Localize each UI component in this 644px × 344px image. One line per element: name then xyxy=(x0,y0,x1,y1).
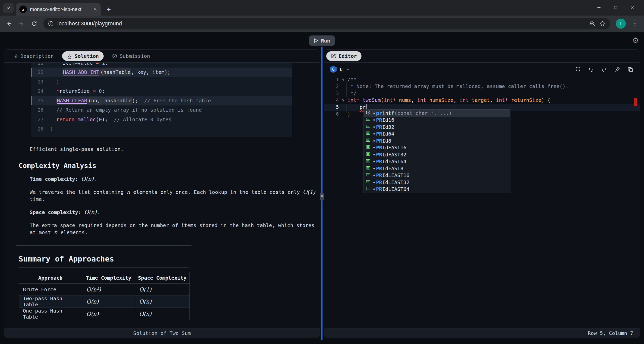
back-button[interactable] xyxy=(4,18,15,29)
tab-solution[interactable]: Solution xyxy=(62,51,103,61)
code-line: 28} xyxy=(31,124,292,134)
browser-tab[interactable]: ▲ monaco-editor-lsp-next xyxy=(16,3,101,16)
browser-tabstrip: ▲ monaco-editor-lsp-next + xyxy=(0,0,644,16)
suggestion-item[interactable]: •PRIdLEAST32 xyxy=(364,179,510,186)
c-language-icon: C xyxy=(330,66,337,73)
redo-button[interactable] xyxy=(601,66,608,73)
table-cell: O(n) xyxy=(135,308,190,320)
close-button[interactable] xyxy=(624,2,640,14)
suggestion-label: •PRId16 xyxy=(373,117,394,123)
editor-line-number: 3 xyxy=(324,90,339,97)
line-number: 28 xyxy=(32,126,44,132)
browser-menu-button[interactable] xyxy=(629,18,640,29)
language-label: C xyxy=(340,66,343,72)
site-info-icon[interactable] xyxy=(48,21,54,27)
undo-icon xyxy=(588,66,594,72)
tab-search-button[interactable] xyxy=(3,3,14,13)
table-cell: O(n) xyxy=(135,295,190,308)
constant-icon xyxy=(366,186,371,192)
suggestion-item[interactable]: •PRId8 xyxy=(364,137,510,144)
divider-rule xyxy=(16,245,191,246)
site-favicon: ▲ xyxy=(19,6,27,13)
language-chevron-icon[interactable] xyxy=(346,67,350,71)
flask-icon xyxy=(67,54,72,59)
table-cell: Brute Force xyxy=(19,284,82,295)
table-cell: O(n²) xyxy=(82,284,135,295)
forward-button[interactable] xyxy=(16,18,27,29)
line-number: 25 xyxy=(32,98,44,103)
suggestion-item[interactable]: •PRId16 xyxy=(364,117,510,124)
table-header-cell: Approach xyxy=(19,272,82,284)
suggestion-item[interactable]: •PRIdLEAST64 xyxy=(364,186,510,193)
table-row: Brute ForceO(n²)O(1) xyxy=(19,284,190,295)
play-icon xyxy=(314,38,318,43)
run-button[interactable]: Run xyxy=(309,35,335,46)
run-label: Run xyxy=(321,38,330,44)
reset-icon xyxy=(575,66,581,72)
new-tab-button[interactable]: + xyxy=(104,5,114,15)
suggestion-item[interactable]: •PRId64 xyxy=(364,131,510,138)
maximize-button[interactable] xyxy=(607,2,624,14)
suggestion-item[interactable]: •PRId32 xyxy=(364,123,510,131)
suggestion-label: •PRIdLEAST32 xyxy=(373,179,410,185)
tab-description-label: Description xyxy=(20,53,54,59)
reset-code-button[interactable] xyxy=(575,66,581,73)
suggestion-item[interactable]: •PRIdFAST8 xyxy=(364,165,510,172)
tab-editor[interactable]: Editor xyxy=(326,51,361,61)
line-number: 21 xyxy=(32,63,44,66)
suggestion-label: •PRId32 xyxy=(373,124,394,130)
line-number: 27 xyxy=(32,117,44,122)
editor-line-number: 4 xyxy=(324,97,339,104)
suggestion-label: •PRId8 xyxy=(373,138,391,144)
approaches-table: ApproachTime ComplexitySpace Complexity … xyxy=(19,272,190,320)
tab-description[interactable]: Description xyxy=(12,51,55,61)
problem-panel: Description Solution Submission 21 item→… xyxy=(4,49,320,338)
constant-icon xyxy=(366,117,371,123)
reload-icon xyxy=(31,20,37,27)
address-bar[interactable]: localhost:3000/playground xyxy=(43,18,610,29)
copy-code-button[interactable] xyxy=(627,66,634,73)
suggestion-item[interactable]: •PRIdFAST64 xyxy=(364,158,510,165)
suggestion-item[interactable]: •PRIdLEAST16 xyxy=(364,172,510,179)
check-circle-icon xyxy=(112,54,117,59)
constant-icon xyxy=(366,165,371,171)
resize-grip[interactable] xyxy=(320,193,324,200)
constant-icon xyxy=(366,145,371,151)
editor-actions xyxy=(575,66,636,73)
summary-heading: Summary of Approaches xyxy=(19,254,189,268)
suggestion-label: •PRIdFAST16 xyxy=(373,145,406,151)
copy-icon xyxy=(627,66,633,72)
tab-editor-label: Editor xyxy=(339,53,357,59)
problem-footer: Solution of Two Sum xyxy=(4,328,320,338)
table-cell: Two-pass Hash Table xyxy=(19,295,82,308)
bookmark-star-icon[interactable] xyxy=(599,20,606,27)
solution-code-block: 21 item→value = 1;22 HASH_ADD_INT(hashTa… xyxy=(31,63,292,137)
panel-resize-divider[interactable] xyxy=(321,47,323,340)
tab-close-icon[interactable] xyxy=(93,7,97,11)
editor-tabs: Editor xyxy=(324,50,640,63)
suggestion-label: •PRIdFAST32 xyxy=(373,152,406,158)
complexity-heading: Complexity Analysis xyxy=(19,162,306,169)
editor-line: 1∨/** xyxy=(324,76,640,83)
tab-title: monaco-editor-lsp-next xyxy=(30,7,90,12)
method-icon xyxy=(366,110,371,116)
table-cell: O(n) xyxy=(82,308,135,320)
reload-button[interactable] xyxy=(29,18,40,29)
minimize-button[interactable] xyxy=(591,2,607,14)
monaco-editor[interactable]: 1∨/**2 * Note: The returned array must b… xyxy=(324,76,640,328)
undo-button[interactable] xyxy=(588,66,594,73)
profile-avatar[interactable]: f xyxy=(616,19,626,29)
cursor-position: Row 5, Column 7 xyxy=(588,330,633,336)
solution-content[interactable]: 21 item→value = 1;22 HASH_ADD_INT(hashTa… xyxy=(4,63,320,328)
table-header-cell: Time Complexity xyxy=(82,272,135,284)
tab-submission[interactable]: Submission xyxy=(111,51,151,61)
suggestion-item[interactable]: •PRIdFAST16 xyxy=(364,144,510,151)
suggestion-item[interactable]: •printf(const char *, ...) xyxy=(364,110,510,117)
settings-gear-icon[interactable]: ⚙ xyxy=(632,36,639,45)
url-text[interactable]: localhost:3000/playground xyxy=(57,20,586,27)
constant-icon xyxy=(366,158,371,164)
zoom-out-icon[interactable] xyxy=(589,21,596,27)
format-code-button[interactable] xyxy=(614,66,621,73)
suggestion-item[interactable]: •PRIdFAST32 xyxy=(364,151,510,158)
editor-line: 2 * Note: The returned array must be mal… xyxy=(324,83,640,90)
